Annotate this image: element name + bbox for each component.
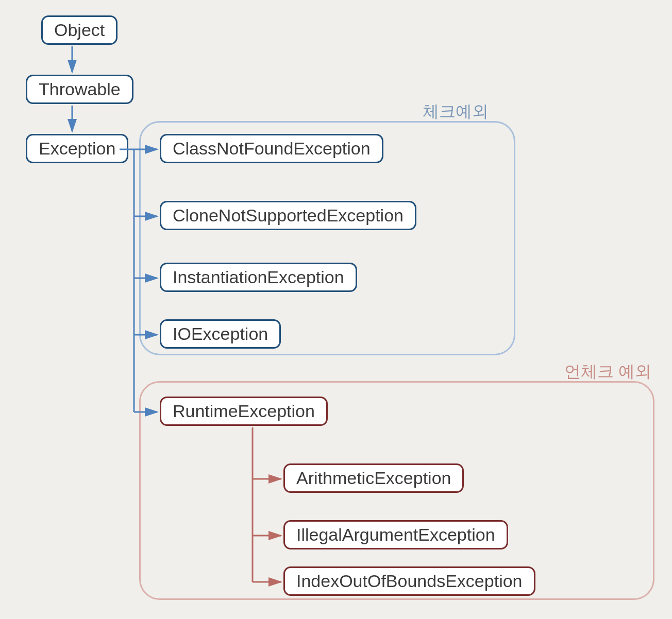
unchecked-exception-label: 언체크 예외 [564, 360, 651, 383]
node-object: Object [41, 15, 117, 45]
node-ioexception: IOException [160, 319, 281, 349]
node-instantiation-exception: InstantiationException [160, 263, 357, 292]
node-class-not-found-exception: ClassNotFoundException [160, 134, 383, 163]
node-runtime-exception: RuntimeException [160, 397, 328, 426]
node-clone-not-supported-exception: CloneNotSupportedException [160, 201, 416, 230]
checked-exception-label: 체크예외 [423, 100, 489, 123]
exception-hierarchy-diagram: 체크예외 언체크 예외 Object Throwable Exception C… [0, 0, 672, 619]
node-index-out-of-bounds-exception: IndexOutOfBoundsException [283, 566, 535, 596]
node-arithmetic-exception: ArithmeticException [283, 463, 464, 493]
node-illegal-argument-exception: IllegalArgumentException [283, 520, 508, 549]
node-exception: Exception [26, 134, 128, 163]
node-throwable: Throwable [26, 75, 133, 104]
